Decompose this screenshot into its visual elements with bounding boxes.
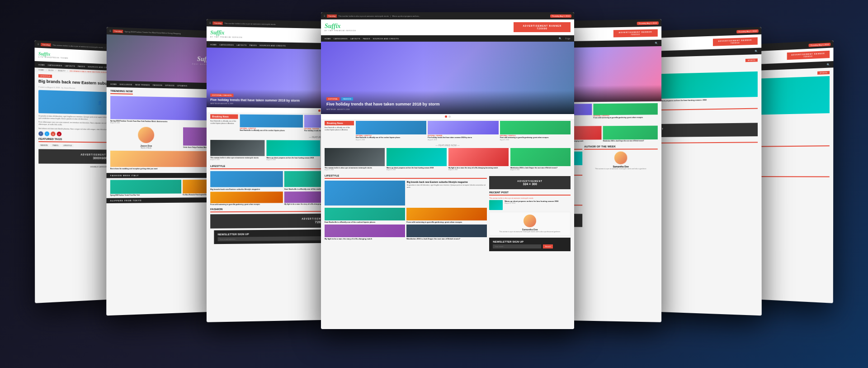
c-breaking-badge: Breaking News bbox=[325, 121, 354, 125]
c-nav-home[interactable]: HOME bbox=[325, 37, 331, 39]
header-center: Suffix by TWP PREMIUM VERSION ADVERTISEM… bbox=[321, 19, 574, 35]
c-breaking-text: East Nashville is officially one of the … bbox=[325, 127, 354, 132]
ml-nav-fashion[interactable]: FASHION bbox=[153, 83, 162, 86]
breadcrumb-beauty[interactable]: BEAUTY bbox=[58, 69, 65, 72]
cr-author-avatar bbox=[614, 151, 627, 164]
c-feat-2: Warm-up shoot prepares archers for bow h… bbox=[387, 148, 447, 170]
c-breaking: Breaking News East Nashville is official… bbox=[325, 121, 354, 141]
c-ed-item-3: EDITORIAL / LIFESTYLE From wild swimming… bbox=[500, 121, 571, 141]
nav-layouts[interactable]: LAYOUTS bbox=[65, 64, 75, 67]
breadcrumb-sep1: › bbox=[46, 69, 47, 71]
c-feat-date-4: August 8, 2018 bbox=[510, 168, 571, 170]
c-nav-social: f t g+ bbox=[566, 37, 571, 40]
tag-lifestyle[interactable]: LIFESTYLE bbox=[61, 144, 74, 147]
breadcrumb-sep2: › bbox=[56, 69, 56, 72]
topbar-cl-text: ☰ Trending This number techie is also a … bbox=[209, 21, 275, 25]
c-nav-pages[interactable]: PAGES bbox=[363, 37, 370, 39]
c-ed-item-1: EDITORIAL / LIFESTYLE East Nashville is … bbox=[356, 121, 426, 141]
cr-nav-search[interactable]: 🔍 bbox=[655, 41, 658, 44]
c-sidebar-title-1: Warm-up shoot prepares archers for bow h… bbox=[505, 200, 571, 202]
nav-center[interactable]: HOME CATEGORIES LAYOUTS PAGES SOURCES AN… bbox=[321, 35, 574, 42]
c-nav-layouts[interactable]: LAYOUTS bbox=[350, 37, 360, 39]
cl-logo-sub: by TWP PREMIUM VERSION bbox=[210, 36, 242, 38]
c-ed-img-2 bbox=[428, 121, 498, 134]
c-nav-sources[interactable]: SOURCES AND CREDITS bbox=[373, 37, 399, 39]
c-logo-area: Suffix by TWP PREMIUM VERSION bbox=[325, 23, 356, 32]
c-hero-title: Five holiday trends that have taken summ… bbox=[326, 102, 569, 107]
cr-author-title: Author Of The Week bbox=[584, 145, 658, 150]
pinterest-icon[interactable]: p bbox=[57, 131, 61, 136]
c-bottom-content: LIFESTYLE Big brands back new Eastern su… bbox=[321, 172, 574, 255]
cl-nav-layouts[interactable]: LAYOUTS bbox=[236, 43, 246, 46]
mr-ad-banner: ADVERTISEMENT BANNER728X50 bbox=[712, 37, 757, 46]
nav-pages[interactable]: PAGES bbox=[78, 65, 85, 67]
c-newsletter-submit[interactable]: Search bbox=[543, 244, 553, 248]
trending-title: TRENDING NOW bbox=[110, 89, 132, 94]
c-sidebar-ad-title: ADVERTISEMENT bbox=[491, 179, 569, 182]
fashion-img-6 bbox=[110, 180, 181, 194]
c-ed-title-3: From wild swimming to guerrilla gardenin… bbox=[500, 137, 571, 139]
tag-travel[interactable]: TRAVEL bbox=[51, 144, 61, 147]
c-recent-title: RECENT POST bbox=[489, 191, 571, 195]
c-sidebar-thumb-1 bbox=[489, 200, 503, 210]
cl-feat-img-2 bbox=[266, 140, 320, 156]
ml-nav-home[interactable]: HOME bbox=[110, 82, 117, 85]
cl-ls-item-1: Big brands back new Eastern suburbs life… bbox=[210, 171, 283, 190]
logo-area: Suffix LITE WORDPRESS THEME bbox=[38, 51, 69, 59]
nav-home[interactable]: HOME bbox=[38, 63, 45, 66]
c-feat-img-3 bbox=[448, 148, 509, 166]
c-ls-img-3 bbox=[406, 207, 487, 220]
cr-author-name: Samantha Doe bbox=[584, 165, 658, 167]
fr-nav-search[interactable]: 🔍 bbox=[827, 63, 830, 66]
cl-nav-home[interactable]: HOME bbox=[210, 43, 217, 45]
ml-nav-trends[interactable]: NEW TRENDS bbox=[135, 83, 150, 86]
cl-feat-title-2: Warm-up shoot prepares archers for bow h… bbox=[266, 157, 320, 158]
c-ls-main-img bbox=[325, 180, 405, 205]
c-nav-categories[interactable]: CATEGORIES bbox=[334, 37, 348, 39]
article-category-badge: LIFESTYLE bbox=[38, 74, 52, 77]
c-ed-cat-3: EDITORIAL / LIFESTYLE bbox=[500, 135, 571, 137]
profile-avatar bbox=[138, 127, 154, 143]
tag-fashion[interactable]: FASHION bbox=[38, 144, 49, 147]
ml-nav-updates[interactable]: UPDATES bbox=[177, 84, 187, 87]
cl-hero-category: EDITORIAL / FASHION bbox=[210, 93, 233, 97]
topbar-cr-date: Thursday Aug 1, 2018 bbox=[637, 21, 659, 24]
cl-nav-sources[interactable]: SOURCES AND CREDITS bbox=[259, 44, 286, 47]
breadcrumb-home[interactable]: HOME bbox=[38, 68, 44, 71]
ml-nav-opinion[interactable]: OPINION bbox=[165, 84, 175, 86]
fashion-item-1: Spring 2018 Fashion Trends From New York… bbox=[110, 96, 216, 124]
topbar-ml-text: ☰ Trending Spring 2018 Fashion Trends Yo… bbox=[109, 29, 181, 34]
screen-center-inner: ☰ Trending This number techie is also a … bbox=[321, 12, 574, 329]
c-newsletter-form: Search bbox=[493, 244, 567, 248]
cl-ls-item-3: From wild swimming to guerrilla gardenin… bbox=[210, 191, 283, 205]
c-ls-title-2: East Nashville is officially one of the … bbox=[325, 220, 405, 223]
c-newsletter-email[interactable] bbox=[493, 244, 541, 248]
cl-ed-title-1: East Nashville is officially one of the … bbox=[240, 129, 303, 132]
breadcrumb-blog[interactable]: BLOG bbox=[48, 69, 54, 72]
nav-categories[interactable]: CATEGORIES bbox=[48, 63, 62, 66]
facebook-icon[interactable]: f bbox=[38, 131, 43, 136]
cr-ad-banner: ADVERTISEMENT BANNER728X50 bbox=[613, 29, 657, 37]
fashion-item-4: Best shoes for wedding and reception get… bbox=[110, 150, 216, 169]
c-dot-2[interactable] bbox=[448, 115, 451, 118]
c-ls-title-3: From wild swimming to guerrilla gardenin… bbox=[406, 220, 487, 223]
twitter-icon[interactable]: t bbox=[45, 131, 49, 136]
c-feat-date-1: August 8, 2018 bbox=[325, 168, 385, 170]
cl-nav-pages[interactable]: PAGES bbox=[250, 43, 257, 46]
c-sidebar-item-1: Warm-up shoot prepares archers for bow h… bbox=[489, 200, 571, 210]
cr-author-section: Author Of The Week Samantha Doe This wom… bbox=[584, 145, 658, 229]
cl-dot-1[interactable] bbox=[318, 109, 321, 111]
cl-nav-categories[interactable]: CATEGORIES bbox=[220, 43, 234, 46]
c-nav-search[interactable]: 🔍 bbox=[559, 37, 561, 40]
c-dot-1[interactable] bbox=[445, 115, 447, 118]
c-lifestyle-featured: Big brands back new Eastern suburbs life… bbox=[325, 180, 487, 205]
cl-editorial-1: EDITORIAL / LIFESTYLE East Nashville is … bbox=[240, 114, 303, 132]
ml-nav-exclusive[interactable]: EXCLUSIVE bbox=[120, 83, 132, 86]
googleplus-icon[interactable]: g bbox=[51, 131, 55, 136]
c-ls-title-5: Wimbledon 2016 is Jack Draper the next s… bbox=[406, 237, 487, 239]
mr-nav-search[interactable]: 🔍 bbox=[755, 49, 758, 52]
c-featured-grid: This woman techie is also a pro at aweso… bbox=[325, 148, 571, 170]
c-lifestyle-main: LIFESTYLE Big brands back new Eastern su… bbox=[325, 174, 487, 253]
c-hero: EDITORIAL FASHION Five holiday trends th… bbox=[321, 42, 574, 114]
c-ls-main-title: Big brands back new Eastern suburbs life… bbox=[407, 180, 487, 183]
